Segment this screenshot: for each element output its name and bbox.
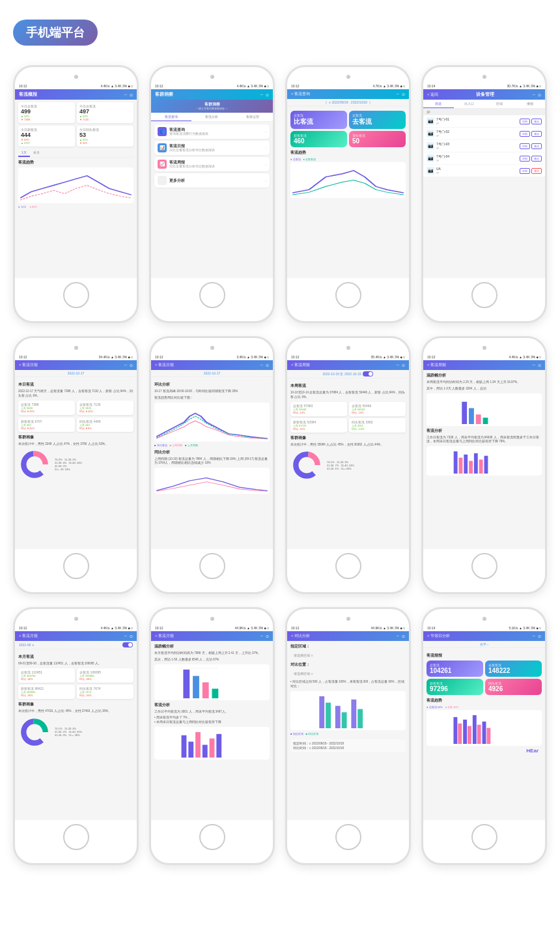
date-selector[interactable]: ⟨ ≡ 2022/09/18 - 2022/10/18 ⟩ xyxy=(287,99,409,106)
phone-dot xyxy=(74,346,78,350)
device-icon: 📷 xyxy=(427,142,434,150)
content-area: 总客流 比客流 总客流 去客流 新客客流 460 顶头客流 50 xyxy=(287,108,409,203)
app-icons: ↔⊙ xyxy=(396,92,405,96)
tab-analysis[interactable]: 客流分析 xyxy=(191,113,232,121)
phone-home[interactable] xyxy=(335,824,361,850)
list-customer-query[interactable]: 👥 客流查询 查询客流消费行为数据报表 › xyxy=(154,124,270,139)
app-icons: ↔⊙ xyxy=(124,92,133,97)
card-val: 去客流 xyxy=(352,117,402,126)
chart-title: 客流趋势 xyxy=(18,160,133,165)
tag-detail[interactable]: 详情 xyxy=(520,143,530,149)
toggle-switch[interactable] xyxy=(363,371,373,377)
date-selector[interactable]: 2022-10-15 至 2022-10-15 xyxy=(287,370,409,378)
svg-rect-34 xyxy=(357,709,363,728)
list-traffic-weekly[interactable]: 📈 客流周报 日比全量客流分析对比数据报表 › xyxy=(154,157,270,171)
phone-home[interactable] xyxy=(335,553,361,579)
platform-title: 手机端平台 xyxy=(26,25,85,40)
tab-broadcast[interactable]: 播报 xyxy=(514,100,545,108)
back-btn[interactable]: < 对比分析 xyxy=(291,633,310,639)
tag-detail[interactable]: 详情 xyxy=(520,131,530,137)
compare-chart xyxy=(154,468,270,494)
phone-customer-insight: 10:12 4.4K/s ▲ 3.4K 3% ■ □ 客群洞察 ↔⊙ 客群洞察 … xyxy=(149,65,275,323)
stat-new: 今日新客流 444 ▼ 92% ▲ 4767 xyxy=(18,126,75,147)
date-selector[interactable]: 合平 › xyxy=(423,641,545,648)
tab-filter[interactable]: 筛选 xyxy=(423,100,454,108)
tab-day[interactable]: 1天 xyxy=(18,149,30,157)
tab-query[interactable]: 客流查询 xyxy=(151,113,191,121)
back-btn[interactable]: < 客流日报 xyxy=(155,362,174,368)
back-btn[interactable]: < 客流月报 xyxy=(155,633,174,639)
svg-rect-14 xyxy=(484,456,488,474)
list-traffic-trend[interactable]: 📊 客流日报 日比全量客流分析对比数据报表 › xyxy=(154,141,270,155)
tag-detail[interactable]: 详情 xyxy=(520,119,530,124)
tab-ops[interactable]: 客群运营 xyxy=(232,113,273,121)
phone-row-3: 10:12 4.4K/s ▲ 3.4K 3% ■ □ < 客流月报 ↔⊙ 202… xyxy=(13,607,547,865)
stats-row-1: 总客流 7388 上升 9449 环比 ▼29% 去客客流 7130 上升 34… xyxy=(18,401,133,415)
toggle-switch[interactable] xyxy=(122,642,133,647)
list-icon: 👥 xyxy=(158,127,167,136)
date-selector[interactable]: 2022-10-17 xyxy=(15,370,137,377)
tab-area[interactable]: 区域 xyxy=(484,100,515,108)
phone-home[interactable] xyxy=(63,553,89,579)
app-header: < 客流月报 ↔⊙ xyxy=(15,631,137,641)
list-title: 客流日报 xyxy=(169,144,265,149)
phone-home[interactable] xyxy=(471,824,497,850)
tag-activate[interactable]: 激活 xyxy=(531,119,542,124)
back-btn[interactable]: < 客流周报 xyxy=(427,362,446,368)
phone-home[interactable] xyxy=(471,282,497,308)
phone-home[interactable] xyxy=(63,282,89,308)
tag-activate[interactable]: 激活 xyxy=(531,156,542,162)
card-label: 总客流 xyxy=(294,113,344,117)
svg-rect-29 xyxy=(319,696,324,728)
tag-detail[interactable]: 详情 xyxy=(520,168,530,174)
svg-rect-19 xyxy=(193,675,199,698)
flow2-desc: 工作日平均客流为 3001 人，周末平均客流 3497人。 xyxy=(154,710,270,715)
card-new: 新客客流 460 xyxy=(290,131,347,147)
back-btn[interactable]: < 客流周报 xyxy=(291,362,310,368)
app-header: < 客流月报 ↔⊙ xyxy=(151,631,273,641)
section-title: 本周客流 xyxy=(290,383,406,389)
tab-month[interactable]: 本月 xyxy=(30,149,43,157)
back-btn[interactable]: < 客流日报 xyxy=(19,362,38,368)
phone-dot xyxy=(346,346,350,350)
stat-peak: 回头客流 4409 上升 444 环比 ▼8% xyxy=(77,418,133,432)
svg-rect-13 xyxy=(479,460,483,474)
crowd-desc: 本次统计中，男性 3348 人,占比 47%，女性 3780 人,占比 53%。 xyxy=(18,442,133,447)
phone-home[interactable] xyxy=(63,824,89,850)
phone-home[interactable] xyxy=(335,282,361,308)
arrow-icon: › xyxy=(265,130,266,134)
stat-m1: 总客流 110451 上升 344706 环比 -98% xyxy=(18,668,75,683)
tag-detail[interactable]: 详情 xyxy=(520,156,530,162)
phone-monthly-report: 10:12 4.4K/s ▲ 3.4K 3% ■ □ < 客流月报 ↔⊙ 202… xyxy=(13,607,139,865)
back-btn[interactable]: < 节假日分析 xyxy=(427,633,450,639)
device-item-1: 📷 7号门-011F 详情 激活 xyxy=(423,115,545,128)
phone-dot xyxy=(210,346,214,350)
phone-home[interactable] xyxy=(199,553,225,579)
phone-home[interactable] xyxy=(471,553,497,579)
analysis-desc: 本周客流平均到访时间为 2.25 天，相较上周 1.94 天上升 16.97%。 xyxy=(427,380,542,385)
top-stats: 今日总客流 499 ▲ 53% ▼ 7388 今日总客流 497 ▲ 63% ▼… xyxy=(18,102,133,123)
stat-m4: 回头客流 7674 上升 7474 环比 -94% xyxy=(77,685,133,699)
phone-home[interactable] xyxy=(199,282,225,308)
status-bar: 10:12 4.4K/s ▲ 3.4K 3% ■ □ xyxy=(151,83,273,89)
status-bar: 10:12 4.4K/s ▲ 3.4K 3% ■ □ xyxy=(423,354,545,360)
status-bar: 10:12 3.4K/s ▲ 3.4K 3% ■ □ xyxy=(151,354,273,360)
svg-rect-7 xyxy=(483,418,488,424)
date-selector[interactable]: 2022-10-17 xyxy=(151,370,273,377)
app-icons: ↔⊙ xyxy=(124,363,133,367)
tag-offline[interactable]: 激活 xyxy=(531,168,542,174)
back-btn[interactable]: < 客流月报 xyxy=(19,633,38,639)
back-btn[interactable]: < 返回 xyxy=(427,92,438,98)
card-h2: 去客客流 148222 xyxy=(485,661,542,677)
back-btn[interactable]: < 客流查询 xyxy=(291,91,310,97)
tab-entrance[interactable]: 出入口 xyxy=(454,100,484,108)
app-header: < 客流查询 ↔⊙ xyxy=(287,89,409,99)
date-selector[interactable]: 2022-09 ∨ xyxy=(15,641,137,649)
section-title: 温跌幅分析 xyxy=(427,373,542,378)
list-more[interactable]: ⋯ 更多分析 › xyxy=(154,173,270,188)
stats-row-2: 新客客流 6707 上升 423 环比 ▼35% 回头客流 4409 上升 44… xyxy=(18,418,133,432)
phone-home[interactable] xyxy=(199,824,225,850)
tag-activate[interactable]: 激活 xyxy=(531,143,542,149)
flow2-title: 客流分析 xyxy=(154,702,270,708)
tag-activate[interactable]: 激活 xyxy=(531,131,542,137)
